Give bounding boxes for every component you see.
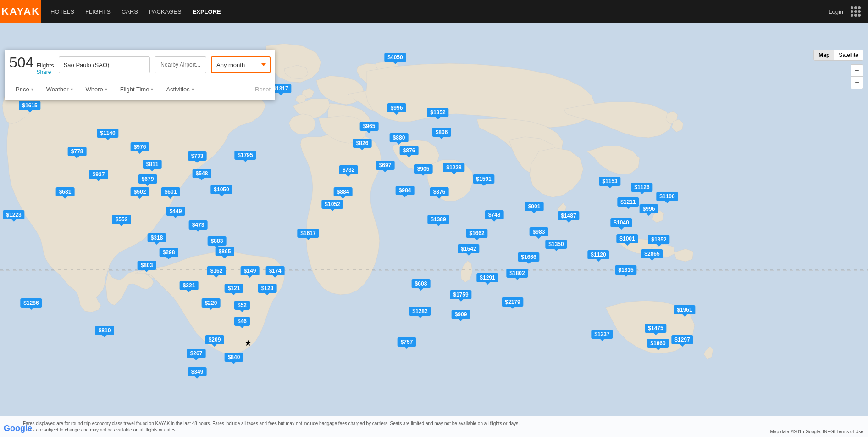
filter-activities-button[interactable]: Activities ▾: [160, 83, 200, 95]
price-label[interactable]: $1050: [210, 185, 232, 194]
price-label[interactable]: $901: [525, 202, 544, 211]
price-label[interactable]: $220: [202, 298, 221, 308]
price-label[interactable]: $1352: [427, 108, 448, 117]
price-label[interactable]: $905: [414, 164, 433, 174]
price-label[interactable]: $1237: [591, 330, 613, 339]
price-label[interactable]: $965: [360, 122, 379, 131]
price-label[interactable]: $1315: [615, 265, 636, 275]
nav-hotels[interactable]: HOTELS: [50, 8, 74, 15]
filter-where-button[interactable]: Where ▾: [79, 83, 114, 95]
price-label[interactable]: $732: [339, 165, 358, 174]
price-label[interactable]: $267: [187, 349, 206, 358]
price-label[interactable]: $449: [166, 207, 185, 216]
price-label[interactable]: $1802: [506, 269, 528, 278]
price-label[interactable]: $162: [207, 266, 226, 275]
filter-flighttime-button[interactable]: Flight Time ▾: [114, 83, 160, 95]
origin-input[interactable]: [59, 56, 150, 73]
price-label[interactable]: $733: [188, 151, 207, 161]
nav-explore[interactable]: EXPLORE: [193, 8, 221, 15]
price-label[interactable]: $149: [241, 266, 260, 275]
login-button[interactable]: Login: [829, 8, 843, 15]
price-label[interactable]: $876: [400, 146, 419, 155]
price-label[interactable]: $1297: [671, 335, 693, 344]
price-label[interactable]: $1759: [450, 290, 471, 299]
nearby-airport-button[interactable]: Nearby Airport...: [155, 56, 206, 73]
filter-reset-button[interactable]: Reset: [255, 86, 271, 93]
month-select[interactable]: Any month: [211, 56, 271, 73]
price-label[interactable]: $1487: [558, 211, 579, 220]
price-label[interactable]: $1350: [545, 240, 567, 249]
price-label[interactable]: $884: [334, 187, 353, 196]
price-label[interactable]: $1860: [647, 339, 669, 348]
price-label[interactable]: $681: [56, 187, 75, 196]
price-label[interactable]: $349: [188, 367, 207, 376]
satellite-toggle-button[interactable]: Satellite: [834, 50, 863, 60]
price-label[interactable]: $1389: [427, 215, 449, 224]
price-label[interactable]: $1153: [599, 177, 620, 186]
price-label[interactable]: $1286: [20, 298, 42, 308]
price-label[interactable]: $1282: [409, 307, 431, 316]
price-label[interactable]: $1666: [518, 252, 539, 262]
price-label[interactable]: $748: [485, 210, 504, 219]
price-label[interactable]: $1615: [19, 101, 40, 110]
nav-cars[interactable]: CARS: [122, 8, 138, 15]
terms-of-use-link[interactable]: Terms of Use: [836, 429, 863, 434]
zoom-in-button[interactable]: +: [851, 65, 863, 77]
price-label[interactable]: $52: [234, 301, 250, 310]
map-container[interactable]: $4050$1317$996$1352$965$806$880$826$876$…: [0, 23, 868, 437]
price-label[interactable]: $1100: [656, 192, 678, 201]
price-label[interactable]: $608: [412, 279, 431, 288]
price-label[interactable]: $1475: [645, 324, 666, 333]
price-label[interactable]: $876: [430, 187, 449, 196]
price-label[interactable]: $883: [208, 236, 227, 246]
price-label[interactable]: $806: [432, 128, 451, 137]
price-label[interactable]: $321: [180, 281, 199, 290]
price-label[interactable]: $1223: [3, 210, 24, 219]
price-label[interactable]: $996: [640, 204, 658, 213]
price-label[interactable]: $1140: [97, 129, 118, 138]
price-label[interactable]: $810: [95, 326, 114, 335]
price-label[interactable]: $865: [216, 247, 234, 256]
price-label[interactable]: $1352: [648, 235, 669, 244]
filter-price-button[interactable]: Price ▾: [9, 83, 40, 95]
price-label[interactable]: $1961: [674, 305, 695, 314]
price-label[interactable]: $984: [396, 186, 415, 195]
price-label[interactable]: $1662: [466, 229, 487, 238]
price-label[interactable]: $548: [193, 169, 211, 178]
price-label[interactable]: $811: [143, 160, 162, 169]
price-label[interactable]: $976: [131, 142, 149, 151]
filter-weather-button[interactable]: Weather ▾: [40, 83, 79, 95]
price-label[interactable]: $1052: [321, 200, 343, 209]
price-label[interactable]: $1228: [443, 163, 464, 172]
price-label[interactable]: $123: [258, 284, 277, 293]
nav-packages[interactable]: PACKAGES: [149, 8, 182, 15]
price-label[interactable]: $1291: [476, 273, 498, 282]
price-label[interactable]: $473: [189, 220, 208, 230]
price-label[interactable]: $757: [398, 337, 416, 347]
price-label[interactable]: $983: [530, 227, 548, 236]
price-label[interactable]: $1120: [587, 250, 609, 259]
price-label[interactable]: $679: [138, 174, 157, 184]
price-label[interactable]: $601: [161, 187, 180, 196]
price-label[interactable]: $552: [112, 215, 131, 224]
price-label[interactable]: $2179: [502, 297, 523, 307]
price-label[interactable]: $803: [138, 261, 156, 270]
price-label[interactable]: $209: [205, 335, 224, 344]
price-label[interactable]: $1001: [616, 234, 638, 243]
price-label[interactable]: $298: [160, 248, 178, 257]
price-label[interactable]: $4050: [384, 53, 406, 62]
price-label[interactable]: $1040: [610, 218, 632, 227]
price-label[interactable]: $1211: [617, 197, 639, 207]
price-label[interactable]: $46: [234, 317, 250, 326]
price-label[interactable]: $174: [266, 266, 285, 275]
price-label[interactable]: $1617: [297, 229, 319, 238]
price-label[interactable]: $937: [89, 170, 108, 179]
map-toggle-button[interactable]: Map: [814, 50, 834, 60]
price-label[interactable]: $778: [68, 147, 87, 156]
price-label[interactable]: $826: [353, 139, 372, 148]
price-label[interactable]: $880: [390, 133, 409, 142]
price-label[interactable]: $1642: [458, 244, 479, 253]
price-label[interactable]: $909: [452, 310, 470, 319]
price-label[interactable]: $318: [148, 233, 166, 242]
price-label[interactable]: $996: [387, 103, 406, 112]
